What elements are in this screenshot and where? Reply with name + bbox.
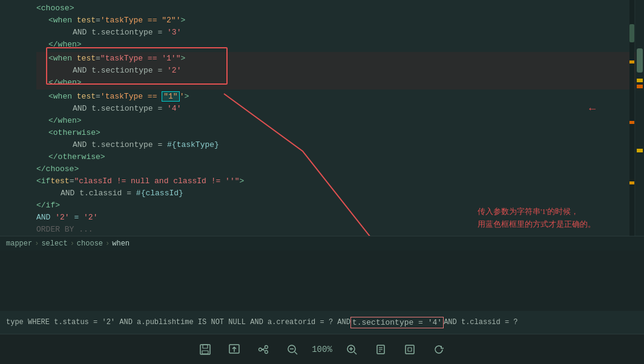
scroll-thumb[interactable] bbox=[637, 48, 643, 73]
svg-line-11 bbox=[295, 352, 297, 354]
code-line: </otherwise> bbox=[36, 151, 644, 163]
svg-rect-3 bbox=[202, 351, 208, 354]
breadcrumb-choose: choose bbox=[77, 239, 103, 248]
svg-point-8 bbox=[265, 350, 268, 353]
zoom-out-button[interactable] bbox=[283, 340, 302, 359]
svg-point-6 bbox=[259, 348, 262, 351]
fit-button[interactable] bbox=[400, 340, 419, 359]
svg-line-15 bbox=[354, 352, 356, 354]
breadcrumb-select: select bbox=[41, 239, 67, 248]
mini-scroll-thumb[interactable] bbox=[629, 24, 634, 42]
annotation: 传入参数为字符串'1'的时候， 用蓝色框框里的方式才是正确的。 bbox=[478, 206, 596, 231]
code-line: AND t.classid = #{classId} bbox=[36, 187, 644, 200]
highlight-box: "1" bbox=[162, 91, 179, 102]
zoom-level: 100% bbox=[312, 345, 332, 354]
svg-rect-21 bbox=[408, 348, 412, 351]
code-line: </when> bbox=[36, 77, 644, 89]
code-line: </when> bbox=[36, 39, 644, 51]
scroll-marker-yellow bbox=[637, 79, 643, 82]
save-button[interactable] bbox=[196, 340, 215, 359]
code-line: <choose> bbox=[36, 2, 644, 15]
breadcrumb-bar: mapper › select › choose › when bbox=[0, 236, 644, 250]
refresh-button[interactable] bbox=[429, 340, 448, 359]
mini-map-scrollbar bbox=[629, 0, 634, 236]
code-line-highlight: <when test='taskType == "1"'> bbox=[36, 91, 644, 103]
middle-area bbox=[0, 250, 644, 311]
page-indicator[interactable] bbox=[371, 340, 390, 359]
code-line: <otherwise> bbox=[36, 127, 644, 139]
breadcrumb-when: when bbox=[112, 239, 130, 248]
sql-bar: type WHERE t.status = '2' AND a.publisht… bbox=[0, 311, 644, 334]
share-button[interactable] bbox=[254, 340, 273, 359]
mini-marker-1 bbox=[629, 60, 634, 63]
mini-marker-3 bbox=[629, 181, 634, 184]
scroll-marker-orange bbox=[637, 85, 643, 88]
code-line: <if test="classId != null and classId !=… bbox=[36, 175, 644, 187]
code-content: <choose> <when test='taskType == "2"'> A… bbox=[0, 0, 644, 236]
arrow-indicator: ← bbox=[589, 103, 596, 115]
code-line: AND t.sectiontype = '2' bbox=[36, 65, 644, 77]
sql-text-suffix: AND t.classid = ? bbox=[444, 318, 518, 327]
code-text: <choose> bbox=[36, 2, 74, 15]
export-button[interactable] bbox=[225, 340, 244, 359]
mini-marker-2 bbox=[629, 121, 634, 124]
svg-rect-20 bbox=[406, 345, 414, 354]
breadcrumb-mapper: mapper bbox=[6, 239, 32, 248]
code-line: AND t.sectiontype = '3' bbox=[36, 27, 644, 39]
sql-highlight: t.sectiontype = '4' bbox=[350, 317, 444, 328]
code-line: <when test='taskType == "2"'> bbox=[36, 15, 644, 27]
code-line-selected: <when test="taskType == '1'"> bbox=[36, 52, 644, 65]
code-line: AND t.sectiontype = #{taskType} bbox=[36, 139, 644, 151]
svg-rect-2 bbox=[203, 345, 208, 348]
code-editor: <choose> <when test='taskType == "2"'> A… bbox=[0, 0, 644, 236]
scroll-marker-yellow2 bbox=[637, 149, 643, 152]
scrollbar[interactable] bbox=[636, 0, 644, 236]
toolbar: 100% bbox=[0, 334, 644, 364]
sql-text-prefix: type WHERE t.status = '2' AND a.publisht… bbox=[6, 318, 350, 327]
code-line-arrow: AND t.sectiontype = '4' ← bbox=[36, 103, 644, 115]
code-line: </when> bbox=[36, 115, 644, 127]
svg-point-7 bbox=[265, 345, 268, 348]
svg-rect-1 bbox=[200, 345, 210, 354]
zoom-in-button[interactable] bbox=[342, 340, 361, 359]
code-line: </choose> bbox=[36, 163, 644, 175]
